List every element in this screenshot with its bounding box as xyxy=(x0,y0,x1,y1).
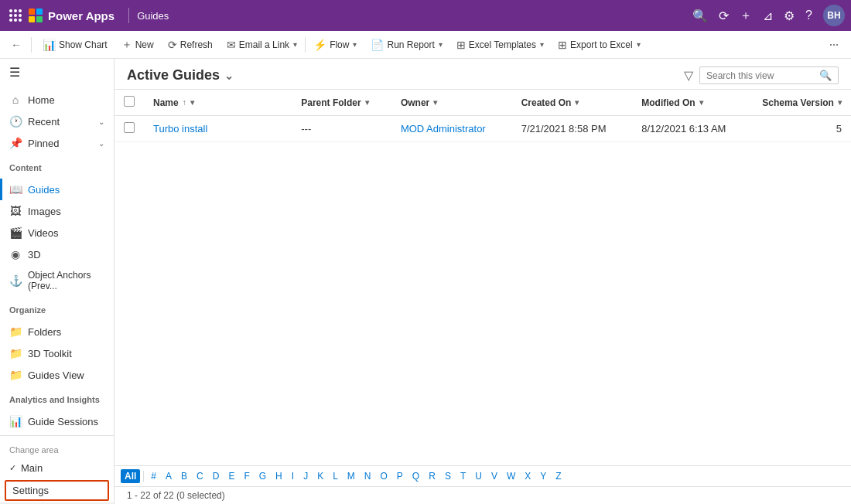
chart-icon: 📊 xyxy=(43,39,56,51)
sidebar-item-recent[interactable]: 🕐 Recent ⌄ xyxy=(0,111,114,132)
alpha-item-u[interactable]: U xyxy=(471,469,486,483)
sidebar-item-guides-label: Guides xyxy=(28,184,60,196)
help-icon[interactable]: ? xyxy=(805,9,812,22)
created-sort-chevron-icon: ▾ xyxy=(575,98,579,107)
row-owner-link[interactable]: MOD Administrator xyxy=(401,123,486,135)
alpha-item-t[interactable]: T xyxy=(456,469,470,483)
col-header-name[interactable]: Name ↑ ▾ xyxy=(144,90,292,116)
main-layout: ☰ ⌂ Home 🕐 Recent ⌄ 📌 Pinned ⌄ Content 📖 xyxy=(0,59,851,504)
export-excel-chevron-icon: ▾ xyxy=(637,40,641,49)
search-icon[interactable]: 🔍 xyxy=(692,9,708,23)
new-button[interactable]: ＋ New xyxy=(115,35,160,55)
alpha-item-y[interactable]: Y xyxy=(536,469,550,483)
back-button[interactable]: ← xyxy=(6,36,26,54)
title-chevron-icon[interactable]: ⌄ xyxy=(224,70,234,82)
email-icon: ✉ xyxy=(227,39,236,51)
refresh-circle-icon[interactable]: ⟳ xyxy=(719,9,729,23)
sidebar-item-3d[interactable]: ◉ 3D xyxy=(0,243,114,265)
alpha-item-i[interactable]: I xyxy=(288,469,298,483)
alphabet-bar: All#ABCDEFGHIJKLMNOPQRSTUVWXYZ xyxy=(114,465,851,486)
alpha-item-w[interactable]: W xyxy=(503,469,519,483)
run-report-button[interactable]: 📄 Run Report ▾ xyxy=(364,36,448,54)
avatar[interactable]: BH xyxy=(823,5,845,26)
top-navigation: Power Apps Guides 🔍 ⟳ ＋ ⊿ ⚙ ? BH xyxy=(0,0,851,31)
alpha-item-n[interactable]: N xyxy=(361,469,375,483)
alpha-item-b[interactable]: B xyxy=(177,469,191,483)
alpha-item-r[interactable]: R xyxy=(425,469,439,483)
col-header-owner[interactable]: Owner ▾ xyxy=(391,90,512,116)
col-created-label: Created On xyxy=(521,97,572,108)
alpha-item-g[interactable]: G xyxy=(255,469,270,483)
page-title: Active Guides xyxy=(127,67,220,83)
alpha-item-d[interactable]: D xyxy=(209,469,224,483)
row-owner: MOD Administrator xyxy=(391,116,512,142)
sidebar-item-home[interactable]: ⌂ Home xyxy=(0,89,114,111)
refresh-icon: ⟳ xyxy=(168,39,177,51)
col-header-parent-folder[interactable]: Parent Folder ▾ xyxy=(292,90,391,116)
alpha-item-l[interactable]: L xyxy=(329,469,342,483)
alpha-item-v[interactable]: V xyxy=(487,469,501,483)
alpha-item-a[interactable]: A xyxy=(162,469,176,483)
sidebar-item-3d-toolkit[interactable]: 📁 3D Toolkit xyxy=(0,342,114,364)
change-area-label: Change area xyxy=(0,442,114,458)
alpha-item-j[interactable]: J xyxy=(299,469,312,483)
page-name: Guides xyxy=(137,10,169,22)
nav-divider xyxy=(128,8,129,23)
app-launcher-icon[interactable] xyxy=(6,6,25,25)
alpha-item-m[interactable]: M xyxy=(343,469,359,483)
alpha-item-#[interactable]: # xyxy=(147,469,160,483)
alpha-item-x[interactable]: X xyxy=(521,469,535,483)
col-header-modified-on[interactable]: Modified On ▾ xyxy=(632,90,753,116)
sidebar-organize-section: 📁 Folders 📁 3D Toolkit 📁 Guides View xyxy=(0,318,114,389)
sidebar-collapse-button[interactable]: ☰ xyxy=(0,59,114,86)
row-checkbox[interactable] xyxy=(124,122,135,133)
row-check[interactable] xyxy=(114,116,144,142)
email-link-button[interactable]: ✉ Email a Link ▾ xyxy=(220,36,303,54)
view-filter-icon[interactable]: ▽ xyxy=(684,68,693,83)
col-header-check[interactable] xyxy=(114,90,144,116)
toolbar: ← 📊 Show Chart ＋ New ⟳ Refresh ✉ Email a… xyxy=(0,31,851,59)
alpha-item-o[interactable]: O xyxy=(377,469,391,483)
alpha-item-h[interactable]: H xyxy=(272,469,286,483)
col-header-schema-version[interactable]: Schema Version ▾ xyxy=(753,90,851,116)
sidebar-item-pinned[interactable]: 📌 Pinned ⌄ xyxy=(0,132,114,154)
sidebar-item-guides-view[interactable]: 📁 Guides View xyxy=(0,364,114,386)
settings-nav-label: Settings xyxy=(12,485,49,496)
more-button[interactable]: ⋯ xyxy=(823,36,845,53)
sidebar-item-guides[interactable]: 📖 Guides xyxy=(0,179,114,200)
sidebar-item-guide-sessions[interactable]: 📊 Guide Sessions xyxy=(0,410,114,432)
sidebar-item-images[interactable]: 🖼 Images xyxy=(0,200,114,222)
excel-templates-button[interactable]: ⊞ Excel Templates ▾ xyxy=(450,36,550,54)
sidebar-item-object-anchors[interactable]: ⚓ Object Anchors (Prev... xyxy=(0,265,114,296)
filter-icon[interactable]: ⊿ xyxy=(763,9,773,23)
show-chart-button[interactable]: 📊 Show Chart xyxy=(36,36,114,54)
alpha-item-c[interactable]: C xyxy=(193,469,207,483)
recent-icon: 🕐 xyxy=(9,115,22,128)
settings-icon[interactable]: ⚙ xyxy=(784,9,795,23)
col-header-created-on[interactable]: Created On ▾ xyxy=(512,90,633,116)
alpha-item-f[interactable]: F xyxy=(240,469,253,483)
alpha-item-z[interactable]: Z xyxy=(552,469,565,483)
row-name-link[interactable]: Turbo install xyxy=(153,123,207,135)
alpha-item-e[interactable]: E xyxy=(224,469,238,483)
alpha-item-s[interactable]: S xyxy=(441,469,455,483)
search-input[interactable] xyxy=(706,70,815,81)
sidebar-item-videos[interactable]: 🎬 Videos xyxy=(0,222,114,243)
videos-icon: 🎬 xyxy=(9,226,22,239)
search-submit-icon[interactable]: 🔍 xyxy=(819,70,832,81)
alpha-item-all[interactable]: All xyxy=(121,469,140,483)
header-checkbox[interactable] xyxy=(124,96,135,107)
run-report-chevron-icon: ▾ xyxy=(439,40,443,49)
alpha-item-k[interactable]: K xyxy=(313,469,327,483)
alpha-item-p[interactable]: P xyxy=(393,469,407,483)
sidebar-item-folders[interactable]: 📁 Folders xyxy=(0,321,114,342)
add-icon[interactable]: ＋ xyxy=(740,8,752,24)
sidebar-main-nav-item[interactable]: ✓ Main xyxy=(0,458,114,478)
sidebar-content-section: 📖 Guides 🖼 Images 🎬 Videos ◉ 3D ⚓ Object… xyxy=(0,175,114,299)
pinned-chevron-icon: ⌄ xyxy=(98,139,104,148)
flow-button[interactable]: ⚡ Flow ▾ xyxy=(307,36,363,54)
alpha-item-q[interactable]: Q xyxy=(408,469,423,483)
sidebar-settings-item[interactable]: Settings xyxy=(5,480,109,501)
refresh-button[interactable]: ⟳ Refresh xyxy=(162,36,219,54)
export-excel-button[interactable]: ⊞ Export to Excel ▾ xyxy=(552,36,647,54)
